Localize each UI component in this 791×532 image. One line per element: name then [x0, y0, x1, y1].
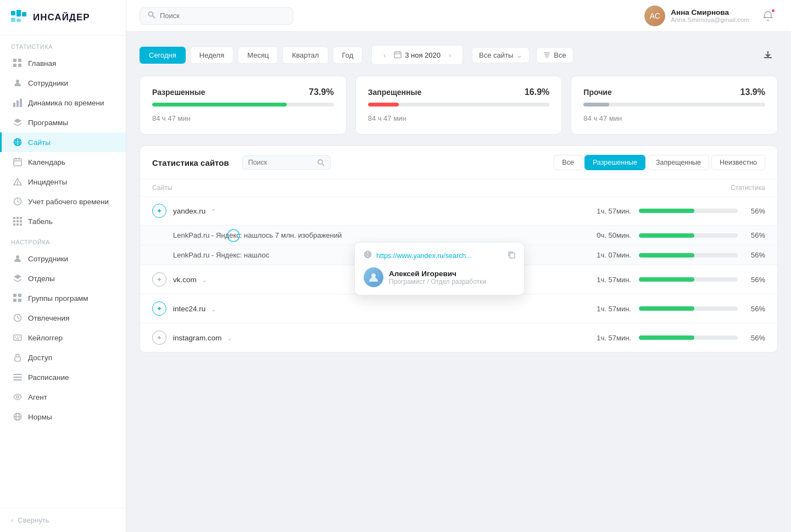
tooltip-url-text[interactable]: https://www.yandex.ru/search... — [376, 252, 503, 260]
sidebar-item-s-groups[interactable]: Группы программ — [0, 288, 126, 308]
site-stat-intec: 1ч. 57мин. 56% — [587, 305, 765, 313]
avatar: АС — [644, 5, 665, 26]
user-info: АС Анна Смирнова Anna.Smirnova@gmail.com — [644, 5, 749, 26]
svg-point-49 — [16, 396, 19, 398]
sidebar-item-dynamics[interactable]: Динамика по времени — [0, 93, 126, 113]
sidebar-label-s-keylogger: Кейлоггер — [28, 334, 63, 342]
period-btn-week[interactable]: Неделя — [190, 47, 233, 64]
svg-rect-45 — [15, 357, 20, 361]
svg-point-53 — [149, 12, 153, 16]
sidebar-item-s-norms[interactable]: Нормы — [0, 407, 126, 427]
notification-button[interactable] — [758, 6, 778, 26]
sidebar-logo: ИНСАЙДЕР — [0, 0, 126, 36]
logo-icon — [11, 10, 29, 25]
period-btn-year[interactable]: Год — [333, 47, 363, 64]
site-stat-vk: 1ч. 57мин. 56% — [587, 276, 765, 284]
search-bar[interactable] — [140, 7, 293, 25]
sidebar-item-programs[interactable]: Программы — [0, 113, 126, 132]
tooltip-url-row: https://www.yandex.ru/search... — [364, 250, 515, 261]
sidebar-item-tabel[interactable]: Табель — [0, 211, 126, 231]
site-filter-dropdown[interactable]: Все сайты ⌄ — [472, 47, 530, 63]
topbar: АС Анна Смирнова Anna.Smirnova@gmail.com — [126, 0, 791, 32]
sidebar-item-worktime[interactable]: Учет рабочего времени — [0, 192, 126, 211]
sidebar-item-s-agent[interactable]: Агент — [0, 387, 126, 407]
sidebar-item-s-schedule[interactable]: Расписание — [0, 367, 126, 387]
period-btn-today[interactable]: Сегодня — [140, 47, 186, 64]
svg-rect-3 — [11, 18, 15, 22]
content-area: Сегодня Неделя Месяц Квартал Год ‹ 3 ноя… — [126, 32, 791, 532]
sub-site-pct-2: 56% — [745, 251, 765, 259]
filter-tab-allowed[interactable]: Разрешенные — [584, 155, 645, 170]
table-cols-header: Сайты Статистика — [140, 180, 777, 197]
site-bar-yandex — [639, 209, 738, 213]
sidebar-item-main[interactable]: Главная — [0, 53, 126, 73]
sidebar-item-s-keylogger[interactable]: Кейлоггер — [0, 328, 126, 348]
svg-rect-11 — [16, 100, 19, 107]
svg-rect-35 — [13, 294, 16, 297]
expand-btn-vk[interactable] — [152, 272, 166, 287]
site-pct-instagram: 56% — [745, 334, 765, 342]
date-navigator: ‹ 3 ноя 2020 › — [371, 45, 463, 65]
filter-tab-unknown[interactable]: Неизвестно — [711, 155, 765, 170]
avatar-image: АС — [644, 5, 665, 26]
svg-rect-2 — [22, 12, 26, 16]
user-icon — [13, 78, 23, 88]
sidebar-item-s-departments[interactable]: Отделы — [0, 268, 126, 288]
col-sites-label: Сайты — [152, 184, 172, 192]
table-row: instagram.com ⌄ 1ч. 57мин. 56% — [140, 323, 777, 352]
table-row: intec24.ru ⌄ 1ч. 57мин. 56% — [140, 294, 777, 323]
sidebar-label-tabel: Табель — [28, 217, 53, 226]
svg-point-69 — [371, 273, 376, 278]
date-prev-btn[interactable]: ‹ — [378, 49, 391, 61]
sidebar-label-s-groups: Группы программ — [28, 294, 88, 303]
bar-chart-icon — [13, 98, 23, 108]
search-icon — [148, 11, 155, 21]
sidebar-item-employees[interactable]: Сотрудники — [0, 73, 126, 93]
tooltip-popup: https://www.yandex.ru/search... Алексей … — [354, 242, 525, 295]
download-button[interactable] — [758, 45, 778, 65]
grid2-icon — [13, 216, 23, 226]
expand-btn-yandex[interactable] — [152, 204, 166, 218]
svg-rect-18 — [14, 159, 21, 166]
eye-icon — [13, 392, 23, 402]
svg-rect-48 — [13, 379, 22, 380]
sidebar-label-employees: Сотрудники — [28, 79, 68, 87]
sidebar-label-s-agent: Агент — [28, 393, 47, 401]
period-btn-quarter[interactable]: Квартал — [282, 47, 328, 64]
stat-card-other-header: Прочие 13.9% — [583, 87, 765, 97]
filter-tab-all[interactable]: Все — [554, 155, 582, 170]
sidebar-label-main: Главная — [28, 59, 56, 68]
svg-rect-8 — [18, 64, 21, 67]
sites-table-card: Статистика сайтов Все Разрешенные Запрещ… — [140, 145, 778, 352]
period-btn-month[interactable]: Месяц — [238, 47, 278, 64]
tooltip-user-avatar — [364, 267, 383, 287]
table-row: LenkPad.ru - Яндекс: нашлось 7 млн. изоб… — [140, 226, 777, 245]
sidebar-item-calendar[interactable]: Календарь — [0, 152, 126, 172]
date-next-btn[interactable]: › — [444, 49, 456, 61]
sites-search-bar[interactable] — [242, 155, 331, 170]
search-input[interactable] — [160, 12, 285, 20]
svg-line-60 — [322, 164, 324, 166]
tooltip-user-info: Алексей Игоревич Програмист / Отдел разр… — [389, 270, 486, 285]
stat-allowed-time: 84 ч 47 мин — [152, 114, 191, 122]
sidebar-collapse-btn[interactable]: ‹ Свернуть — [0, 508, 126, 532]
sidebar-item-s-access[interactable]: Доступ — [0, 348, 126, 367]
sidebar-item-sites[interactable]: Сайты — [0, 132, 126, 152]
svg-rect-7 — [13, 64, 16, 67]
filter-tab-forbidden[interactable]: Запрещенные — [648, 155, 709, 170]
site-name-yandex: yandex.ru ⌃ — [173, 207, 587, 215]
svg-rect-47 — [13, 377, 22, 378]
expand-btn-instagram[interactable] — [152, 331, 166, 345]
expand-btn-intec[interactable] — [152, 301, 166, 316]
copy-icon[interactable] — [508, 251, 515, 260]
svg-rect-6 — [18, 59, 21, 62]
sidebar-item-s-distraction[interactable]: Отвлечения — [0, 308, 126, 328]
table-row: yandex.ru ⌃ 1ч. 57мин. 56% — [140, 197, 777, 226]
sites-search-input[interactable] — [248, 159, 314, 166]
sidebar-item-s-employees[interactable]: Сотрудники — [0, 249, 126, 268]
sidebar-item-incidents[interactable]: Инциденты — [0, 172, 126, 192]
topbar-right: АС Анна Смирнова Anna.Smirnova@gmail.com — [644, 5, 778, 26]
all-filter-btn[interactable]: Все — [536, 47, 573, 63]
date-display: 3 ноя 2020 — [394, 51, 441, 59]
svg-rect-33 — [20, 223, 22, 226]
